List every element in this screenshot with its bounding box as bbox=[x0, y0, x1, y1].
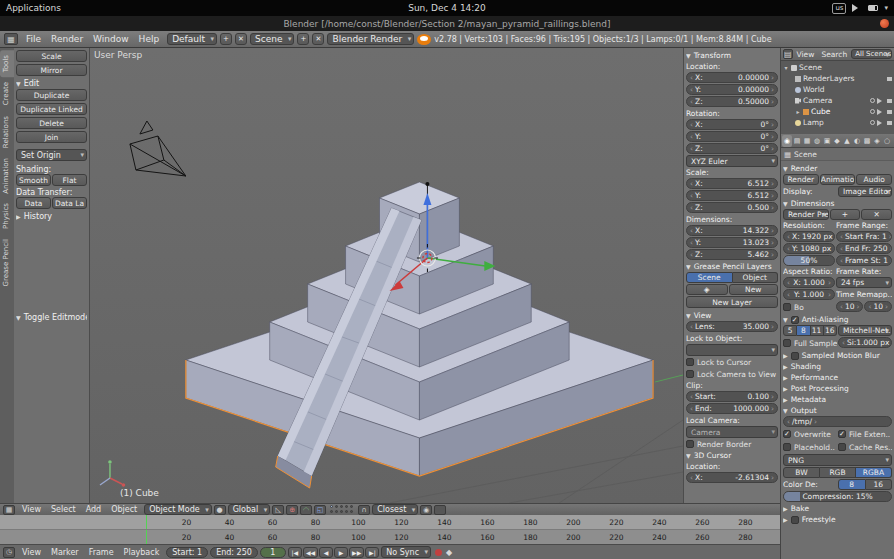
shading-panel-header[interactable]: Shading bbox=[783, 361, 892, 372]
freestyle-panel-header[interactable]: Freestyle bbox=[783, 514, 892, 525]
eye-icon[interactable] bbox=[870, 98, 875, 103]
timeline-menu-item[interactable]: Marker bbox=[46, 548, 84, 557]
viewport-shading-selector[interactable]: ● bbox=[214, 505, 226, 515]
freestyle-checkbox[interactable] bbox=[791, 516, 799, 524]
render-border-checkbox[interactable] bbox=[686, 440, 694, 448]
location-field[interactable]: Z:0.50000 bbox=[686, 96, 778, 107]
transform-orientation-selector[interactable]: Global bbox=[228, 504, 271, 515]
resolution-y-field[interactable]: Y: 1080 px bbox=[783, 243, 835, 254]
outliner-item-world[interactable]: World bbox=[783, 84, 892, 95]
resolution-percent-slider[interactable]: 50% bbox=[783, 255, 835, 266]
frame-start-field[interactable]: Start Fra: 1 bbox=[836, 231, 892, 242]
remap-old-field[interactable]: 10 bbox=[836, 301, 864, 312]
post-processing-panel-header[interactable]: Post Processing bbox=[783, 383, 892, 394]
gp-new-layer-button[interactable]: New Layer bbox=[686, 296, 778, 308]
current-frame-field[interactable]: 1 bbox=[260, 547, 286, 558]
anti-aliasing-panel-header[interactable]: Anti-Aliasing bbox=[783, 314, 892, 325]
snap-element-selector[interactable]: Closest bbox=[372, 504, 418, 515]
gp-source-object-tab[interactable]: Object bbox=[733, 272, 779, 283]
clip-end-field[interactable]: End:1000.000 bbox=[686, 403, 778, 414]
viewport-menu-item[interactable]: Select bbox=[46, 505, 81, 514]
aa-size-field[interactable]: Si:1.000 px bbox=[838, 337, 892, 348]
transport-button[interactable]: |◀ bbox=[288, 547, 302, 558]
close-button[interactable] bbox=[880, 19, 889, 28]
outliner-item-scene[interactable]: ▾ Scene bbox=[783, 62, 892, 73]
scale-field[interactable]: Z:0.500 bbox=[686, 202, 778, 213]
select-toggle-icon[interactable] bbox=[877, 98, 885, 104]
viewport-menu-item[interactable]: View bbox=[17, 505, 46, 514]
color-depth-option[interactable]: 16 bbox=[866, 479, 893, 490]
tool-shelf-tab[interactable]: Tools bbox=[0, 50, 14, 77]
render-opengl-icon[interactable]: ◉ bbox=[420, 505, 432, 515]
delete-button[interactable]: Delete bbox=[16, 117, 87, 129]
full-sample-checkbox[interactable] bbox=[783, 339, 791, 347]
overwrite-checkbox[interactable] bbox=[783, 430, 791, 438]
file-format-dropdown[interactable]: PNG bbox=[783, 454, 892, 466]
frame-start-field[interactable]: Start: 1 bbox=[166, 547, 208, 558]
timeline-area[interactable]: 20406080100120140160180200220240260280 bbox=[0, 515, 780, 529]
select-toggle-icon[interactable] bbox=[877, 120, 885, 126]
lock-to-cursor-checkbox[interactable] bbox=[686, 358, 694, 366]
color-mode-option[interactable]: RGB bbox=[820, 467, 856, 478]
edit-panel-header[interactable]: Edit bbox=[16, 78, 87, 89]
properties-tab[interactable]: ◉ bbox=[782, 135, 792, 147]
viewport-canvas[interactable] bbox=[90, 48, 683, 503]
scale-field[interactable]: X:6.512 bbox=[686, 178, 778, 189]
info-menu-item[interactable]: Window bbox=[88, 34, 134, 44]
tool-shelf-tab[interactable]: Grease Pencil bbox=[0, 234, 14, 291]
transport-button[interactable]: ◀◀ bbox=[303, 547, 318, 558]
eye-icon[interactable] bbox=[870, 120, 875, 125]
duplicate-linked-button[interactable]: Duplicate Linked bbox=[16, 103, 87, 115]
frame-end-field[interactable]: End: 250 bbox=[210, 547, 258, 558]
render-button[interactable]: Render bbox=[783, 174, 819, 185]
dimension-field[interactable]: X:14.322 bbox=[686, 225, 778, 236]
aa-sample-option[interactable]: 5 bbox=[783, 325, 797, 336]
render-opengl-anim-icon[interactable] bbox=[434, 505, 446, 515]
output-panel-header[interactable]: Output bbox=[783, 405, 892, 416]
local-camera-dropdown[interactable]: Camera bbox=[686, 426, 778, 438]
dimension-field[interactable]: Z:5.462 bbox=[686, 249, 778, 260]
cursor-panel-header[interactable]: 3D Cursor bbox=[686, 450, 778, 461]
outliner-display-filter[interactable]: All Scenes bbox=[851, 49, 892, 59]
cursor-x-field[interactable]: X:-2.61304 bbox=[686, 472, 778, 483]
animation-button[interactable]: Animatio bbox=[820, 174, 856, 185]
add-layout-button[interactable]: + bbox=[220, 33, 232, 45]
manipulator-pointer-icon[interactable]: ◺ bbox=[272, 505, 284, 515]
current-frame-marker[interactable] bbox=[146, 515, 147, 529]
anti-aliasing-checkbox[interactable] bbox=[791, 316, 799, 324]
rotation-mode-dropdown[interactable]: XYZ Euler bbox=[686, 155, 778, 167]
outliner-view-menu[interactable]: View bbox=[794, 50, 818, 59]
aa-filter-dropdown[interactable]: Mitchell-Net.. bbox=[838, 325, 892, 336]
select-toggle-icon[interactable] bbox=[877, 109, 885, 115]
lock-object-dropdown[interactable] bbox=[686, 344, 778, 356]
info-menu-item[interactable]: Render bbox=[46, 34, 88, 44]
properties-tab[interactable]: ▦ bbox=[802, 135, 812, 147]
timeline-menu-item[interactable]: Playback bbox=[119, 548, 165, 557]
properties-tab[interactable]: ▲ bbox=[842, 135, 852, 147]
viewport-menu-item[interactable]: Add bbox=[81, 505, 107, 514]
eye-icon[interactable] bbox=[870, 109, 875, 114]
motion-blur-checkbox[interactable] bbox=[791, 352, 799, 360]
editor-type-icon-timeline[interactable]: ◷ bbox=[3, 547, 15, 558]
render-toggle-icon[interactable] bbox=[887, 99, 892, 103]
metadata-panel-header[interactable]: Metadata bbox=[783, 394, 892, 405]
performance-panel-header[interactable]: Performance bbox=[783, 372, 892, 383]
translate-manipulator-icon[interactable]: ⊕ bbox=[286, 505, 298, 515]
viewport-3d[interactable]: User Persp (1) Cube bbox=[90, 48, 683, 503]
current-frame-marker[interactable] bbox=[146, 530, 147, 544]
av-sync-selector[interactable]: No Sync bbox=[381, 546, 431, 558]
dimension-field[interactable]: Y:13.023 bbox=[686, 237, 778, 248]
properties-tab[interactable]: ◐ bbox=[852, 135, 862, 147]
remove-preset-button[interactable]: ✕ bbox=[861, 209, 892, 220]
delete-layout-button[interactable]: ✕ bbox=[235, 33, 247, 45]
chevron-down-icon[interactable]: ▾ bbox=[884, 4, 888, 12]
color-depth-option[interactable]: 8 bbox=[838, 479, 866, 490]
shade-smooth-button[interactable]: Smooth bbox=[16, 174, 51, 186]
compression-slider[interactable]: Compression: 15% bbox=[783, 491, 892, 502]
transport-button[interactable]: ▶▶ bbox=[349, 547, 364, 558]
outliner-item-cube[interactable]: ▸ Cube bbox=[783, 106, 892, 117]
keying-set-icon[interactable]: ◆ bbox=[446, 548, 452, 557]
volume-icon[interactable] bbox=[852, 4, 862, 12]
border-checkbox[interactable] bbox=[783, 303, 791, 311]
clip-start-field[interactable]: Start:0.100 bbox=[686, 391, 778, 402]
